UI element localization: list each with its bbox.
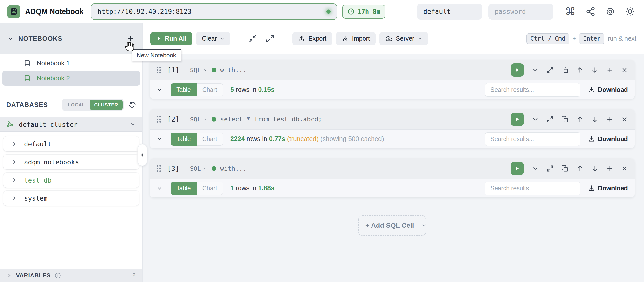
database-item-test-db[interactable]: test_db <box>3 173 139 188</box>
command-shortcuts-icon[interactable]: ⌘ <box>565 6 576 17</box>
move-cell-down-icon[interactable] <box>591 165 598 172</box>
download-results-button[interactable]: Download <box>588 185 628 192</box>
notebooks-section-header: NOTEBOOKS <box>0 23 142 54</box>
clock-icon <box>348 8 355 15</box>
import-button[interactable]: Import <box>336 32 376 45</box>
notebook-item-label: Notebook 1 <box>36 60 70 67</box>
database-name: adqm_notebooks <box>24 158 79 166</box>
drag-handle-icon[interactable] <box>156 165 161 172</box>
cell-collapse-chevron-icon[interactable] <box>532 165 539 172</box>
add-cell-below-icon[interactable] <box>606 66 614 74</box>
notebook-list: Notebook 1 Notebook 2 <box>0 54 142 86</box>
collapse-all-icon[interactable] <box>248 34 257 43</box>
server-button[interactable]: Server <box>380 32 428 45</box>
collapse-results-chevron-icon[interactable] <box>156 136 162 142</box>
run-cell-button[interactable] <box>511 162 524 175</box>
search-results-input[interactable] <box>485 132 580 146</box>
cluster-name: default_cluster <box>19 121 78 128</box>
drag-handle-icon[interactable] <box>156 116 161 123</box>
table-view-tab[interactable]: Table <box>170 182 196 195</box>
move-cell-up-icon[interactable] <box>576 165 584 172</box>
rows-in-label: rows in <box>236 185 256 192</box>
notebook-item-1[interactable]: Notebook 1 <box>2 57 140 70</box>
variables-section[interactable]: VARIABLES 2 <box>0 269 142 282</box>
new-notebook-tooltip: New Notebook <box>132 50 181 61</box>
server-url-input[interactable] <box>91 4 337 19</box>
search-results-input[interactable] <box>485 83 580 97</box>
move-cell-down-icon[interactable] <box>591 116 598 123</box>
cell-index: [3] <box>167 165 180 173</box>
expand-cell-icon[interactable] <box>546 165 554 172</box>
add-sql-cell-label[interactable]: + Add SQL Cell <box>359 216 421 235</box>
notebook-item-2[interactable]: Notebook 2 <box>2 71 140 86</box>
cell-collapse-chevron-icon[interactable] <box>532 67 539 73</box>
run-all-button[interactable]: Run All <box>150 32 192 45</box>
cluster-row[interactable]: default_cluster <box>0 117 142 131</box>
collapse-results-chevron-icon[interactable] <box>156 87 162 93</box>
cell-language-dropdown[interactable]: SQL <box>190 165 207 172</box>
table-view-tab[interactable]: Table <box>170 132 196 146</box>
chevron-right-icon <box>12 141 17 147</box>
import-label: Import <box>352 35 370 42</box>
keycap-enter: Enter <box>579 33 604 44</box>
username-field[interactable] <box>417 4 482 20</box>
chart-view-tab[interactable]: Chart <box>196 83 223 96</box>
copy-cell-icon[interactable] <box>561 116 568 123</box>
download-results-button[interactable]: Download <box>588 135 628 143</box>
drag-handle-icon[interactable] <box>156 67 161 73</box>
move-cell-up-icon[interactable] <box>576 116 584 123</box>
table-view-tab[interactable]: Table <box>170 83 196 96</box>
expand-cell-icon[interactable] <box>546 66 554 74</box>
refresh-icon[interactable] <box>128 101 136 109</box>
sidebar: NOTEBOOKS Notebook 1 Notebook 2 DATABASE… <box>0 23 143 282</box>
new-notebook-button[interactable] <box>126 35 135 43</box>
theme-sun-icon[interactable] <box>625 7 635 17</box>
database-item-adqm-notebooks[interactable]: adqm_notebooks <box>3 155 139 170</box>
search-results-input[interactable] <box>485 182 580 195</box>
cell-query-preview[interactable]: with... <box>220 66 247 74</box>
variables-count: 2 <box>132 272 136 279</box>
chart-view-tab[interactable]: Chart <box>196 182 223 195</box>
toggle-local[interactable]: LOCAL <box>63 100 90 110</box>
database-item-system[interactable]: system <box>3 191 139 206</box>
delete-cell-icon[interactable] <box>621 116 628 123</box>
download-results-button[interactable]: Download <box>588 86 628 93</box>
add-cell-options[interactable] <box>421 216 427 235</box>
chevron-down-icon <box>203 68 207 72</box>
copy-cell-icon[interactable] <box>561 66 568 74</box>
run-cell-button[interactable] <box>511 113 524 126</box>
move-cell-down-icon[interactable] <box>591 66 598 74</box>
session-timer-value: 17h 8m <box>358 8 380 15</box>
database-item-default[interactable]: default <box>3 136 139 151</box>
app-logo <box>7 5 20 18</box>
database-name: default <box>24 140 52 148</box>
cell-collapse-chevron-icon[interactable] <box>532 116 539 123</box>
cell-query-preview[interactable]: with... <box>220 165 247 172</box>
add-sql-cell-button[interactable]: + Add SQL Cell <box>358 215 426 236</box>
chevron-down-icon[interactable] <box>8 36 14 42</box>
share-icon[interactable] <box>586 7 595 17</box>
password-field[interactable] <box>488 4 554 20</box>
move-cell-up-icon[interactable] <box>576 66 584 74</box>
result-stats: 5 rows in 0.15s <box>230 86 274 93</box>
expand-cell-icon[interactable] <box>546 116 554 123</box>
delete-cell-icon[interactable] <box>621 67 628 73</box>
gear-icon[interactable] <box>606 7 615 17</box>
collapse-results-chevron-icon[interactable] <box>156 185 162 191</box>
chart-view-tab[interactable]: Chart <box>196 132 223 146</box>
database-stack-icon <box>10 7 18 16</box>
cell-language-dropdown[interactable]: SQL <box>190 67 207 74</box>
copy-cell-icon[interactable] <box>561 165 568 172</box>
export-button[interactable]: Export <box>292 32 332 45</box>
toggle-cluster[interactable]: CLUSTER <box>90 100 123 110</box>
expand-all-icon[interactable] <box>266 34 274 43</box>
add-cell-below-icon[interactable] <box>606 116 614 123</box>
clear-button[interactable]: Clear <box>196 32 230 45</box>
cell-language-dropdown[interactable]: SQL <box>190 116 207 123</box>
sidebar-collapse-handle[interactable] <box>138 144 147 166</box>
chevron-down-icon <box>220 37 224 41</box>
delete-cell-icon[interactable] <box>621 165 628 172</box>
cell-query-preview[interactable]: select * from test_db.abcd; <box>220 116 322 123</box>
add-cell-below-icon[interactable] <box>606 165 614 172</box>
run-cell-button[interactable] <box>511 64 524 77</box>
